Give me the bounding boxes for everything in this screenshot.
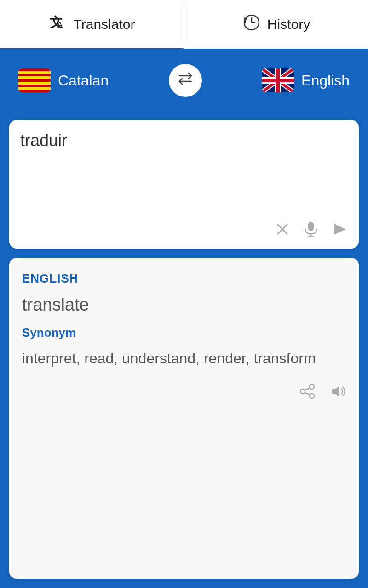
svg-line-23 bbox=[305, 393, 310, 395]
svg-rect-15 bbox=[308, 222, 314, 231]
source-language[interactable]: Catalan bbox=[18, 68, 109, 92]
uk-flag bbox=[262, 68, 294, 92]
history-tab-label: History bbox=[267, 17, 310, 32]
svg-text:A: A bbox=[57, 20, 63, 29]
svg-line-22 bbox=[305, 388, 310, 390]
translate-button[interactable] bbox=[332, 222, 348, 240]
translation-input[interactable] bbox=[20, 131, 348, 214]
input-section bbox=[9, 120, 359, 249]
synonym-text: interpret, read, understand, render, tra… bbox=[22, 347, 346, 369]
tab-bar: 文 A Translator History bbox=[0, 0, 368, 50]
catalan-flag bbox=[18, 68, 51, 92]
output-actions bbox=[22, 383, 346, 403]
input-actions bbox=[20, 216, 348, 241]
output-translation-text: translate bbox=[22, 295, 346, 315]
swap-icon bbox=[177, 70, 194, 91]
swap-languages-button[interactable] bbox=[169, 64, 202, 97]
translator-tab-label: Translator bbox=[74, 17, 135, 32]
synonym-label: Synonym bbox=[22, 326, 346, 340]
translator-icon: 文 A bbox=[49, 13, 67, 35]
speak-button[interactable] bbox=[329, 383, 346, 403]
share-button[interactable] bbox=[299, 383, 316, 403]
tab-translator[interactable]: 文 A Translator bbox=[0, 0, 184, 50]
svg-rect-12 bbox=[262, 79, 294, 82]
svg-marker-24 bbox=[332, 386, 339, 397]
clear-button[interactable] bbox=[275, 222, 290, 240]
svg-point-21 bbox=[310, 394, 314, 398]
microphone-button[interactable] bbox=[304, 221, 318, 241]
target-language[interactable]: English bbox=[262, 68, 350, 92]
tab-history[interactable]: History bbox=[184, 0, 368, 49]
svg-point-20 bbox=[300, 389, 305, 394]
history-icon bbox=[242, 13, 261, 36]
svg-marker-18 bbox=[334, 224, 346, 235]
output-language-label: ENGLISH bbox=[22, 271, 346, 286]
target-language-name: English bbox=[301, 72, 350, 89]
language-bar: Catalan English bbox=[0, 50, 368, 111]
output-section: ENGLISH translate Synonym interpret, rea… bbox=[9, 258, 359, 579]
source-language-name: Catalan bbox=[58, 72, 109, 89]
svg-point-19 bbox=[310, 384, 314, 389]
